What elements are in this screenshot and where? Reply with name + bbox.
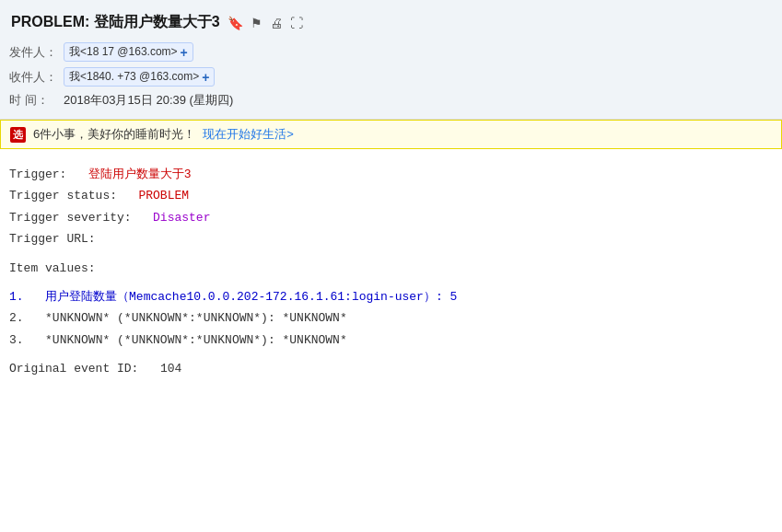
ad-link[interactable]: 现在开始好生活>	[203, 126, 294, 143]
sender-name: 我<18 17 @163.com>	[69, 44, 178, 60]
trigger-line: Trigger: 登陆用户数量大于3	[9, 164, 773, 185]
item-values-line: Item values:	[9, 258, 773, 279]
trigger-status-value: PROBLEM	[138, 189, 189, 202]
expand-icon[interactable]: ⛶	[290, 16, 303, 30]
email-body: Trigger: 登陆用户数量大于3 Trigger status: PROBL…	[0, 149, 782, 395]
sender-label: 发件人：	[9, 44, 60, 61]
original-event-line: Original event ID: 104	[9, 358, 773, 379]
ad-icon: 选	[10, 127, 26, 143]
item-3-text: *UNKNOWN* (*UNKNOWN*:*UNKNOWN*): *UNKNOW…	[45, 333, 347, 347]
trigger-label: Trigger:	[9, 168, 66, 181]
trigger-value: 登陆用户数量大于3	[88, 168, 192, 181]
email-header: PROBLEM: 登陆用户数量大于3 🔖 ⚑ 🖨 ⛶ 发件人： 我<18 17 …	[0, 0, 782, 120]
time-value: 2018年03月15日 20:39 (星期四)	[64, 92, 233, 109]
item-3-line: 3. *UNKNOWN* (*UNKNOWN*:*UNKNOWN*): *UNK…	[9, 330, 773, 351]
trigger-severity-line: Trigger severity: Disaster	[9, 207, 773, 228]
trigger-url-line: Trigger URL:	[9, 228, 773, 249]
ad-text: 6件小事，美好你的睡前时光！	[33, 126, 195, 143]
recipient-row: 收件人： 我<1840. +73 @163.com> +	[9, 64, 773, 89]
sender-add-button[interactable]: +	[181, 45, 188, 60]
recipient-add-button[interactable]: +	[202, 70, 209, 85]
item-values-label: Item values:	[9, 261, 96, 275]
item-1-num: 1.	[9, 290, 24, 304]
flag-icon[interactable]: ⚑	[251, 16, 263, 30]
sender-tag: 我<18 17 @163.com> +	[64, 42, 193, 62]
recipient-name: 我<1840. +73 @163.com>	[69, 69, 199, 85]
item-2-line: 2. *UNKNOWN* (*UNKNOWN*:*UNKNOWN*): *UNK…	[9, 307, 773, 329]
time-label: 时 间：	[9, 92, 60, 109]
original-event-label: Original event ID:	[9, 362, 138, 376]
recipient-label: 收件人：	[9, 69, 60, 86]
bookmark-icon[interactable]: 🔖	[228, 16, 243, 30]
email-title: PROBLEM: 登陆用户数量大于3	[11, 13, 220, 32]
item-1-text: 用户登陆数量（Memcache10.0.0.202-172.16.1.61:lo…	[45, 290, 457, 304]
title-bar: PROBLEM: 登陆用户数量大于3 🔖 ⚑ 🖨 ⛶	[9, 7, 773, 40]
recipient-tag: 我<1840. +73 @163.com> +	[64, 67, 215, 87]
item-3-num: 3.	[9, 333, 24, 347]
trigger-status-label: Trigger status:	[9, 189, 117, 202]
original-event-value: 104	[160, 362, 181, 376]
sender-row: 发件人： 我<18 17 @163.com> +	[9, 40, 773, 64]
trigger-status-line: Trigger status: PROBLEM	[9, 185, 773, 206]
item-2-num: 2.	[9, 311, 24, 325]
trigger-severity-value: Disaster	[153, 211, 210, 225]
trigger-severity-label: Trigger severity:	[9, 211, 132, 225]
print-icon[interactable]: 🖨	[270, 16, 283, 30]
ad-banner: 选 6件小事，美好你的睡前时光！ 现在开始好生活>	[0, 120, 782, 149]
trigger-url-label: Trigger URL:	[9, 232, 96, 246]
time-row: 时 间： 2018年03月15日 20:39 (星期四)	[9, 89, 773, 111]
item-2-text: *UNKNOWN* (*UNKNOWN*:*UNKNOWN*): *UNKNOW…	[45, 311, 347, 325]
item-1-line: 1. 用户登陆数量（Memcache10.0.0.202-172.16.1.61…	[9, 286, 773, 307]
